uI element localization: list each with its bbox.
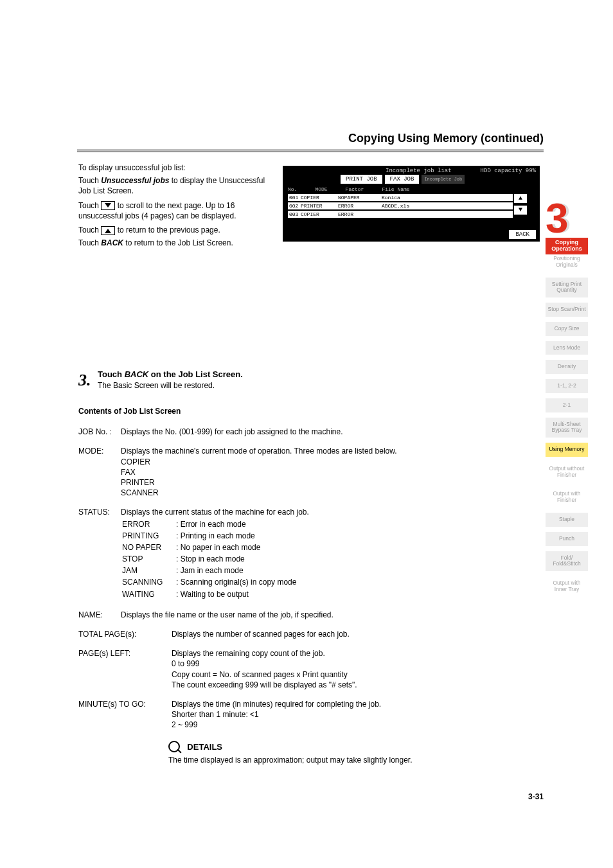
- def-name: NAME: Displays the file name or the user…: [78, 610, 541, 620]
- table-row[interactable]: 001 COPIER NOPAPER Konica: [288, 194, 513, 201]
- text: The count exceeding 999 will be displaye…: [172, 680, 541, 690]
- text: Touch: [78, 238, 101, 247]
- back-button[interactable]: BACK: [509, 230, 536, 239]
- status-label: STATUS:: [78, 507, 121, 601]
- scroll-up-button[interactable]: ▲: [514, 194, 527, 203]
- jobno-body: Displays the No. (001-999) for each job …: [121, 427, 541, 437]
- name-body: Displays the file name or the user name …: [121, 610, 541, 620]
- minute-body: Displays the time (in minutes) required …: [172, 699, 541, 731]
- intro-line1: Touch Unsuccessful jobs to display the U…: [78, 175, 271, 196]
- mode-body: Displays the machine's current mode of o…: [121, 446, 541, 498]
- ss-columns: No. MODE Factor File Name: [288, 186, 410, 192]
- intro-line3: Touch to return to the previous page.: [78, 225, 271, 235]
- status-key: JAM: [122, 565, 175, 576]
- nav-2-1[interactable]: 2-1: [546, 398, 588, 412]
- scroll-up-icon: [101, 226, 115, 235]
- nav-copy-size[interactable]: Copy Size: [546, 322, 588, 336]
- details-heading-row: DETAILS: [168, 741, 541, 755]
- intro-line4: Touch BACK to return to the Job List Scr…: [78, 238, 271, 248]
- nav-output-with-finisher[interactable]: Output with Finisher: [546, 487, 588, 508]
- nav-setting-print-quantity[interactable]: Setting Print Quantity: [546, 278, 588, 298]
- def-status: STATUS: Displays the current status of t…: [78, 507, 541, 601]
- status-desc: Displays the current status of the machi…: [121, 507, 541, 517]
- text: Touch: [78, 201, 101, 210]
- back-em: BACK: [125, 369, 149, 379]
- mode-item: COPIER: [121, 457, 541, 467]
- nav-staple[interactable]: Staple: [546, 513, 588, 527]
- cell-factor: ERROR: [338, 211, 375, 217]
- status-row: PRINTING: Printing in each mode: [122, 531, 300, 541]
- contents-heading: Contents of Job List Screen: [78, 406, 541, 416]
- mode-item: SCANNER: [121, 488, 541, 498]
- cell-mode: COPIER: [301, 195, 332, 200]
- text: to return to the previous page.: [115, 226, 220, 235]
- mode-desc: Displays the machine's current mode of o…: [121, 446, 541, 456]
- mode-item: PRINTER: [121, 477, 541, 488]
- def-mode: MODE: Displays the machine's current mod…: [78, 446, 541, 498]
- total-label: TOTAL PAGE(s):: [78, 629, 172, 639]
- status-row: ERROR: Error in each mode: [122, 519, 300, 529]
- nav-positioning-originals[interactable]: Positioning Originals: [546, 252, 588, 272]
- status-body: Displays the current status of the machi…: [121, 507, 541, 601]
- nav-multi-sheet-bypass[interactable]: Multi-Sheet Bypass Tray: [546, 418, 588, 438]
- name-label: NAME:: [78, 610, 121, 620]
- col-no: No.: [288, 186, 297, 192]
- jobno-label: JOB No. :: [78, 427, 121, 437]
- chapter-num: 3: [546, 202, 569, 238]
- status-row: SCANNING: Scanning original(s) in copy m…: [122, 577, 300, 587]
- nav-using-memory[interactable]: Using Memory: [546, 443, 588, 457]
- nav-stop-scan-print[interactable]: Stop Scan/Print: [546, 303, 588, 317]
- status-key: SCANNING: [122, 577, 175, 587]
- main-content: To display unsuccessful job list: Touch …: [78, 163, 541, 765]
- scroll-down-icon: [101, 201, 115, 210]
- step-head: Touch BACK on the Job List Screen.: [98, 369, 541, 380]
- pages-label: PAGE(s) LEFT:: [78, 648, 172, 690]
- status-row: STOP: Stop in each mode: [122, 554, 300, 564]
- text: to return to the Job List Screen.: [123, 238, 233, 247]
- status-val: : Stop in each mode: [176, 554, 300, 564]
- text: 2 ~ 999: [172, 720, 541, 730]
- status-row: NO PAPER: No paper in each mode: [122, 542, 300, 553]
- table-row[interactable]: 003 COPIER ERROR: [288, 211, 513, 218]
- col-factor: Factor: [346, 186, 364, 192]
- chapter-num-wrap: 3 3: [546, 202, 588, 238]
- status-table: ERROR: Error in each mode PRINTING: Prin…: [121, 518, 301, 601]
- tab-fax-job[interactable]: FAX JOB: [385, 175, 420, 184]
- total-body: Displays the number of scanned pages for…: [172, 629, 541, 639]
- status-val: : Waiting to be output: [176, 589, 300, 599]
- text: Touch: [78, 176, 101, 185]
- cell-name: Konica: [382, 195, 433, 200]
- cell-factor: ERROR: [338, 203, 375, 209]
- nav-density[interactable]: Density: [546, 360, 588, 374]
- nav-fold-stitch[interactable]: Fold/ Fold&Stitch: [546, 551, 588, 572]
- details-block: DETAILS The time displayed is an approxi…: [168, 741, 541, 765]
- nav-output-inner-tray[interactable]: Output with Inner Tray: [546, 576, 588, 597]
- text: Displays the time (in minutes) required …: [172, 699, 541, 709]
- cell-no: 002: [289, 203, 294, 209]
- chapter-badge: 3 3 Copying Operations: [546, 202, 588, 254]
- pages-body: Displays the remaining copy count of the…: [172, 648, 541, 690]
- text: Touch: [98, 369, 125, 379]
- nav-lens-mode[interactable]: Lens Mode: [546, 341, 588, 355]
- nav-output-without-finisher[interactable]: Output without Finisher: [546, 462, 588, 483]
- status-val: : Error in each mode: [176, 519, 300, 529]
- def-pages: PAGE(s) LEFT: Displays the remaining cop…: [78, 648, 541, 690]
- tab-print-job[interactable]: PRINT JOB: [341, 175, 382, 184]
- sidebar-nav: Positioning Originals Setting Print Quan…: [546, 252, 588, 602]
- nav-1-1-2-2[interactable]: 1-1, 2-2: [546, 379, 588, 393]
- scroll-down-button[interactable]: ▼: [514, 206, 527, 215]
- cell-mode: COPIER: [301, 211, 332, 217]
- status-key: PRINTING: [122, 531, 175, 541]
- step-body: The Basic Screen will be restored.: [98, 380, 541, 391]
- nav-punch[interactable]: Punch: [546, 532, 588, 546]
- details-heading: DETAILS: [187, 742, 222, 752]
- ss-hdd: HDD capacity 99%: [481, 168, 536, 174]
- mode-item: FAX: [121, 467, 541, 477]
- page-number: 3-31: [528, 792, 544, 801]
- tab-incomplete-job[interactable]: Incomplete Job: [422, 175, 465, 184]
- page-title: Copying Using Memory (continued): [348, 132, 544, 145]
- status-key: STOP: [122, 554, 175, 564]
- def-minute: MINUTE(s) TO GO: Displays the time (in m…: [78, 699, 541, 731]
- table-row[interactable]: 002 PRINTER ERROR ABCDE.xls: [288, 202, 513, 209]
- ss-title: Incomplete job list: [386, 168, 452, 174]
